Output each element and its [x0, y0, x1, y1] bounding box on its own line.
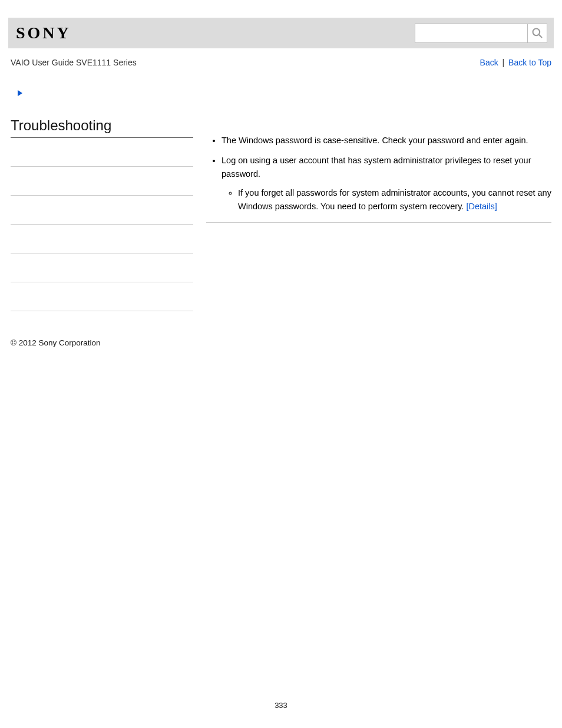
- search-button[interactable]: [528, 24, 547, 43]
- details-link[interactable]: [Details]: [466, 202, 497, 211]
- search-box: [415, 24, 547, 43]
- main-content: The Windows password is case-sensitive. …: [196, 106, 554, 223]
- header-bar: SONY: [8, 18, 554, 48]
- search-input[interactable]: [415, 24, 528, 43]
- list-item: Log on using a user account that has sys…: [222, 154, 551, 213]
- guide-title: VAIO User Guide SVE1111 Series: [11, 58, 137, 67]
- back-link[interactable]: Back: [480, 58, 498, 67]
- nav-links: Back | Back to Top: [480, 58, 551, 67]
- breadcrumb-chevron[interactable]: [15, 88, 554, 100]
- chevron-right-icon: [15, 88, 25, 98]
- sony-logo: SONY: [16, 24, 71, 42]
- list-sub-item: If you forget all passwords for system a…: [238, 186, 551, 213]
- svg-line-1: [539, 35, 542, 38]
- subheader: VAIO User Guide SVE1111 Series Back | Ba…: [8, 48, 554, 75]
- sub-item-text: If you forget all passwords for system a…: [238, 188, 551, 210]
- page-number: 333: [8, 347, 554, 722]
- sidebar-rule: [11, 253, 193, 253]
- sidebar-rule: [11, 311, 193, 311]
- list-item-text: Log on using a user account that has sys…: [222, 156, 531, 178]
- sidebar: Troubleshooting: [8, 106, 196, 311]
- content-divider: [206, 222, 551, 223]
- list-item: The Windows password is case-sensitive. …: [222, 134, 551, 147]
- copyright: © 2012 Sony Corporation: [8, 311, 554, 347]
- sidebar-rule: [11, 166, 193, 167]
- section-title: Troubleshooting: [11, 106, 193, 138]
- sidebar-rule: [11, 282, 193, 282]
- nav-separator: |: [498, 58, 508, 67]
- sidebar-rule: [11, 224, 193, 225]
- sidebar-rule: [11, 195, 193, 196]
- back-to-top-link[interactable]: Back to Top: [508, 58, 551, 67]
- search-icon: [531, 27, 543, 39]
